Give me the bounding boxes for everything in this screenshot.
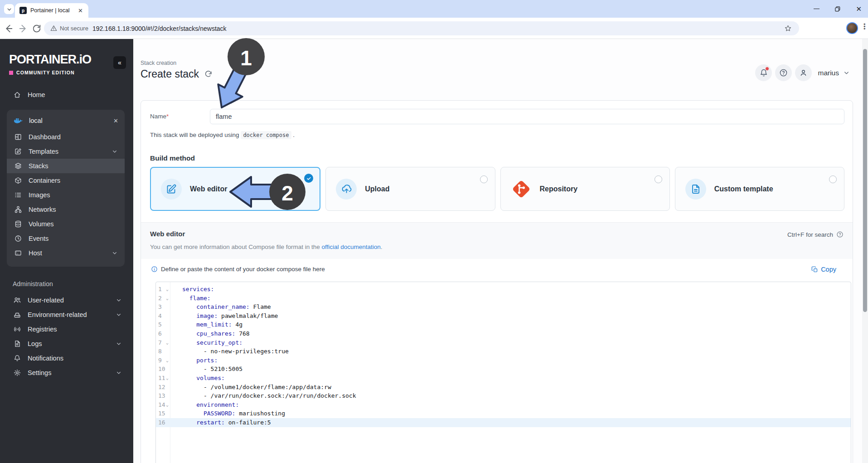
sidebar-collapse-button[interactable]: « <box>113 56 126 69</box>
sidebar-item-dashboard[interactable]: Dashboard <box>7 130 125 144</box>
code-text: - 5210:5005 <box>170 365 242 374</box>
fold-icon[interactable] <box>164 312 170 321</box>
code-line[interactable]: 3 container_name: Flame <box>156 302 851 312</box>
help-button[interactable] <box>775 64 792 81</box>
sidebar-item-templates[interactable]: Templates <box>7 144 125 159</box>
fold-icon[interactable] <box>164 383 170 392</box>
home-icon <box>14 91 21 98</box>
code-line[interactable]: 13 - /var/run/docker.sock:/var/run/docke… <box>156 391 851 400</box>
url-text[interactable]: 192.168.1.18:9000/#!/2/docker/stacks/new… <box>92 25 780 32</box>
editor-instruction-row: Define or paste the content of your dock… <box>151 266 844 277</box>
fold-icon[interactable]: ⌄ <box>164 294 170 303</box>
hard-drive-icon <box>14 311 21 318</box>
sidebar-item-stacks[interactable]: Stacks <box>7 159 125 173</box>
fold-icon[interactable]: ⌄ <box>164 356 170 365</box>
refresh-icon[interactable] <box>204 70 212 78</box>
code-line[interactable]: 4 image: pawelmalak/flame <box>156 312 851 321</box>
page-title: Create stack <box>141 68 212 80</box>
compose-code-editor[interactable]: 1 ⌄ services: 2 ⌄ flame: 3 container_nam… <box>155 282 851 463</box>
radio-unselected-icon[interactable] <box>655 175 662 183</box>
code-line[interactable]: 11 ⌄ volumes: <box>156 374 851 383</box>
fold-icon[interactable] <box>164 329 170 338</box>
fold-icon[interactable] <box>164 391 170 400</box>
code-line[interactable]: 14 ⌄ environment: <box>156 400 851 409</box>
help-circle-icon[interactable] <box>836 231 844 238</box>
build-option-repository[interactable]: Repository <box>500 167 670 211</box>
fold-icon[interactable]: ⌄ <box>164 338 170 347</box>
fold-icon[interactable] <box>164 347 170 356</box>
radio-unselected-icon[interactable] <box>829 175 837 183</box>
info-icon <box>151 266 158 273</box>
url-bar[interactable]: Not secure 192.168.1.18:9000/#!/2/docker… <box>44 21 799 35</box>
bookmark-star-icon[interactable] <box>784 24 792 32</box>
sidebar-item-containers[interactable]: Containers <box>7 173 125 188</box>
build-option-custom-template[interactable]: Custom template <box>675 167 844 211</box>
close-icon[interactable]: ✕ <box>856 5 862 13</box>
scrollbar-thumb[interactable] <box>863 49 867 312</box>
minimize-icon[interactable] <box>814 9 820 9</box>
code-line[interactable]: 6 cpu_shares: 768 <box>156 329 851 338</box>
sidebar-item-host[interactable]: Host <box>7 246 125 260</box>
code-line[interactable]: 2 ⌄ flame: <box>156 294 851 303</box>
browser-menu-icon[interactable]: ••• <box>863 23 865 30</box>
radio-unselected-icon[interactable] <box>480 175 488 183</box>
restore-icon[interactable] <box>835 6 840 12</box>
copy-button[interactable]: Copy <box>811 266 836 273</box>
sidebar-item-images[interactable]: Images <box>7 188 125 202</box>
browser-tab[interactable]: p Portainer | local ✕ <box>15 3 88 18</box>
username[interactable]: marius <box>818 69 839 77</box>
sidebar-item-logs[interactable]: Logs <box>0 336 133 351</box>
code-line[interactable]: 7 ⌄ security_opt: <box>156 338 851 347</box>
chevron-down-icon <box>116 370 121 375</box>
code-line[interactable]: 5 mem_limit: 4g <box>156 320 851 329</box>
chevron-down-icon[interactable] <box>843 69 850 76</box>
code-line[interactable]: 12 - /volume1/docker/flame:/app/data:rw <box>156 383 851 392</box>
sidebar-item-events[interactable]: Events <box>7 231 125 246</box>
code-line[interactable]: 8 - no-new-privileges:true <box>156 347 851 356</box>
fold-icon[interactable] <box>164 320 170 329</box>
code-text: environment: <box>170 400 239 409</box>
sidebar-item-networks[interactable]: Networks <box>7 202 125 217</box>
not-secure-badge[interactable]: Not secure <box>50 25 88 32</box>
line-number: 16 <box>156 418 164 427</box>
copy-icon <box>811 266 818 273</box>
sidebar-item-volumes[interactable]: Volumes <box>7 217 125 231</box>
fold-icon[interactable]: ⌄ <box>164 400 170 409</box>
code-line[interactable]: 9 ⌄ ports: <box>156 356 851 365</box>
fold-icon[interactable] <box>164 418 170 427</box>
sidebar-item-environment-related[interactable]: Environment-related <box>0 307 133 322</box>
notifications-button[interactable] <box>755 64 772 81</box>
build-option-web-editor[interactable]: Web editor <box>150 167 320 211</box>
official-documentation-link[interactable]: official documentation <box>321 244 380 250</box>
line-number: 6 <box>156 329 164 338</box>
fold-icon[interactable]: ⌄ <box>164 285 170 294</box>
tab-close-icon[interactable]: ✕ <box>76 7 85 14</box>
user-menu-button[interactable] <box>795 64 812 81</box>
sidebar-item-settings[interactable]: Settings <box>0 366 133 380</box>
fold-icon[interactable]: ⌄ <box>164 374 170 383</box>
page-scrollbar[interactable] <box>862 39 868 463</box>
fold-icon[interactable] <box>164 302 170 312</box>
stack-name-input[interactable] <box>210 109 844 124</box>
fold-icon[interactable] <box>164 365 170 374</box>
code-line[interactable]: 15 PASSWORD: mariushosting <box>156 409 851 418</box>
tab-search-button[interactable] <box>4 4 14 14</box>
build-method-heading: Build method <box>150 154 195 162</box>
selected-check-icon <box>304 174 313 183</box>
code-line[interactable]: 1 ⌄ services: <box>156 285 851 294</box>
environment-header[interactable]: local ✕ <box>7 112 125 130</box>
fold-icon[interactable] <box>164 409 170 418</box>
build-option-upload[interactable]: Upload <box>325 167 495 211</box>
sidebar-item-home[interactable]: Home <box>0 87 133 102</box>
line-number: 10 <box>156 365 164 374</box>
browser-profile-avatar[interactable] <box>846 22 858 34</box>
forward-icon[interactable] <box>18 24 28 34</box>
back-icon[interactable] <box>4 24 14 34</box>
sidebar-item-user-related[interactable]: User-related <box>0 293 133 307</box>
code-line[interactable]: 16 restart: on-failure:5 <box>156 418 851 427</box>
sidebar-item-notifications[interactable]: Notifications <box>0 351 133 366</box>
code-line[interactable]: 10 - 5210:5005 <box>156 365 851 374</box>
reload-icon[interactable] <box>32 24 42 34</box>
environment-close-icon[interactable]: ✕ <box>113 117 118 124</box>
sidebar-item-registries[interactable]: Registries <box>0 322 133 336</box>
